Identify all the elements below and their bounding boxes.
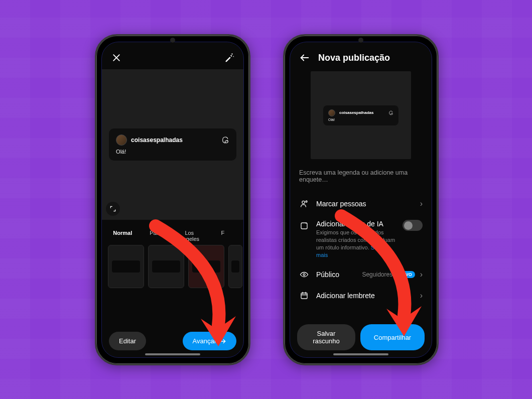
svg-point-7 bbox=[303, 274, 305, 276]
username-label: coisasespalhadas bbox=[339, 110, 373, 115]
camera-notch bbox=[170, 38, 175, 43]
edit-button-label: Editar bbox=[119, 337, 136, 345]
threads-card-mini-body: Olá! bbox=[328, 118, 393, 121]
threads-icon bbox=[221, 136, 229, 144]
caption-input[interactable]: Escreva uma legenda ou adicione uma enqu… bbox=[290, 164, 432, 193]
avatar bbox=[116, 135, 127, 146]
threads-card-mini-header: coisasespalhadas bbox=[328, 109, 393, 116]
threads-card-mini: coisasespalhadas Olá! bbox=[323, 105, 398, 125]
mini-preview[interactable]: coisasespalhadas Olá! bbox=[311, 71, 411, 159]
page-title: Nova publicação bbox=[318, 53, 390, 63]
person-icon bbox=[299, 199, 309, 209]
camera-notch bbox=[358, 38, 363, 43]
calendar-icon bbox=[299, 291, 309, 301]
avatar bbox=[328, 109, 335, 116]
username-label: coisasespalhadas bbox=[131, 137, 183, 144]
tutorial-arrow-left bbox=[136, 216, 251, 366]
background-pattern bbox=[0, 0, 532, 399]
threads-card-header: coisasespalhadas bbox=[116, 135, 229, 146]
post-preview: coisasespalhadas Olá! bbox=[102, 69, 243, 220]
publish-header: Nova publicação bbox=[290, 42, 432, 69]
back-icon[interactable] bbox=[298, 51, 311, 64]
threads-card-body: Olá! bbox=[116, 149, 229, 155]
eye-icon bbox=[299, 270, 309, 280]
threads-icon bbox=[388, 110, 393, 115]
threads-card: coisasespalhadas Olá! bbox=[109, 128, 236, 161]
filter-label-normal[interactable]: Normal bbox=[108, 230, 138, 242]
magic-wand-icon[interactable] bbox=[222, 51, 235, 64]
svg-rect-6 bbox=[301, 223, 307, 229]
close-icon[interactable] bbox=[110, 51, 123, 64]
sparkle-frame-icon bbox=[299, 221, 309, 231]
svg-point-4 bbox=[302, 201, 305, 203]
svg-rect-8 bbox=[301, 293, 307, 299]
svg-point-5 bbox=[306, 201, 307, 202]
tutorial-arrow-right bbox=[321, 206, 437, 356]
expand-crop-icon[interactable] bbox=[106, 202, 120, 216]
editor-top-bar bbox=[102, 42, 243, 69]
